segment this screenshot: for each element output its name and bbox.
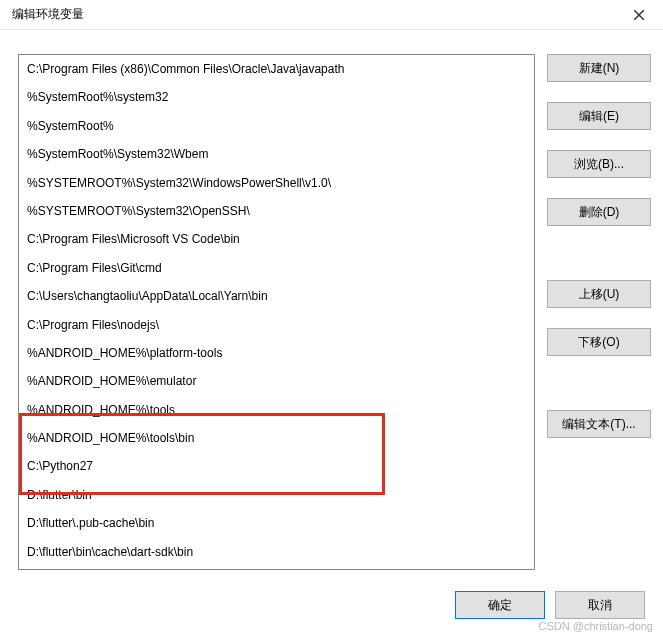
- delete-button[interactable]: 删除(D): [547, 198, 651, 226]
- new-button[interactable]: 新建(N): [547, 54, 651, 82]
- moveup-button[interactable]: 上移(U): [547, 280, 651, 308]
- titlebar: 编辑环境变量: [0, 0, 663, 30]
- button-column: 新建(N) 编辑(E) 浏览(B)... 删除(D) 上移(U) 下移(O) 编…: [547, 54, 651, 570]
- list-item[interactable]: %ANDROID_HOME%\tools\bin: [19, 424, 534, 452]
- list-item[interactable]: C:\Program Files\nodejs\: [19, 311, 534, 339]
- dialog-title: 编辑环境变量: [12, 6, 84, 23]
- close-button[interactable]: [623, 1, 655, 29]
- list-item[interactable]: %SYSTEMROOT%\System32\WindowsPowerShell\…: [19, 169, 534, 197]
- list-item[interactable]: %ANDROID_HOME%\platform-tools: [19, 339, 534, 367]
- list-item[interactable]: %SYSTEMROOT%\System32\OpenSSH\: [19, 197, 534, 225]
- path-listbox[interactable]: C:\Program Files (x86)\Common Files\Orac…: [18, 54, 535, 570]
- movedown-button[interactable]: 下移(O): [547, 328, 651, 356]
- cancel-button[interactable]: 取消: [555, 591, 645, 619]
- list-item[interactable]: %SystemRoot%\System32\Wbem: [19, 140, 534, 168]
- edit-button[interactable]: 编辑(E): [547, 102, 651, 130]
- list-item[interactable]: C:\Program Files\Microsoft VS Code\bin: [19, 225, 534, 253]
- list-item[interactable]: C:\Program Files (x86)\Common Files\Orac…: [19, 55, 534, 83]
- close-icon: [634, 10, 644, 20]
- list-item[interactable]: %SystemRoot%: [19, 112, 534, 140]
- list-item[interactable]: C:\Program Files\Git\cmd: [19, 254, 534, 282]
- browse-button[interactable]: 浏览(B)...: [547, 150, 651, 178]
- list-item[interactable]: %ANDROID_HOME%\tools: [19, 396, 534, 424]
- list-item[interactable]: D:\flutter\bin\cache\dart-sdk\bin: [19, 538, 534, 566]
- env-var-dialog: 编辑环境变量 C:\Program Files (x86)\Common Fil…: [0, 0, 663, 636]
- edittext-button[interactable]: 编辑文本(T)...: [547, 410, 651, 438]
- list-item[interactable]: %SystemRoot%\system32: [19, 83, 534, 111]
- list-item[interactable]: D:\flutter\bin: [19, 481, 534, 509]
- dialog-body: C:\Program Files (x86)\Common Files\Orac…: [0, 30, 663, 582]
- dialog-footer: 确定 取消: [0, 582, 663, 636]
- ok-button[interactable]: 确定: [455, 591, 545, 619]
- list-item[interactable]: C:\Users\changtaoliu\AppData\Local\Yarn\…: [19, 282, 534, 310]
- list-item[interactable]: %ANDROID_HOME%\emulator: [19, 367, 534, 395]
- list-item[interactable]: D:\flutter\.pub-cache\bin: [19, 509, 534, 537]
- list-item[interactable]: C:\Python27: [19, 452, 534, 480]
